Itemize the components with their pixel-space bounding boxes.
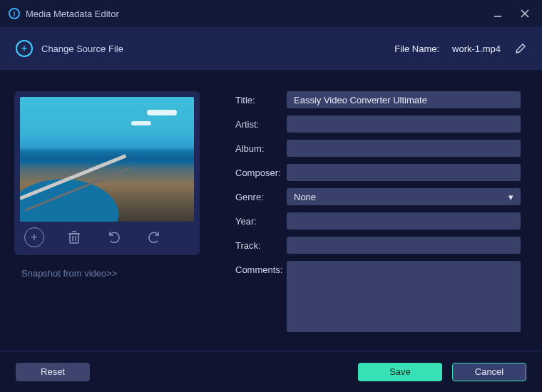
artist-field[interactable] <box>287 115 521 133</box>
thumbnail-add-button[interactable]: + <box>24 227 44 247</box>
thumbnail-card: + <box>14 91 200 255</box>
main-content: + Snapshot from video>> Title: Artist: <box>0 70 542 351</box>
video-thumbnail <box>20 97 194 222</box>
year-label: Year: <box>235 212 280 227</box>
snapshot-from-video-link[interactable]: Snapshot from video>> <box>14 268 200 279</box>
composer-field[interactable] <box>287 164 521 181</box>
album-field[interactable] <box>287 140 521 157</box>
footer: Reset Save Cancel <box>0 351 542 392</box>
change-source-button[interactable]: Change Source File <box>41 43 123 54</box>
app-info-icon: i <box>9 8 20 19</box>
chevron-down-icon: ▾ <box>508 192 513 202</box>
album-label: Album: <box>235 140 280 154</box>
thumbnail-panel: + Snapshot from video>> <box>14 91 200 344</box>
toolbar: + Change Source File File Name: work-1.m… <box>0 27 542 70</box>
artist-label: Artist: <box>235 115 280 130</box>
close-button[interactable] <box>516 5 533 22</box>
cancel-button[interactable]: Cancel <box>452 363 526 381</box>
composer-label: Composer: <box>235 164 280 178</box>
save-button[interactable]: Save <box>358 363 442 381</box>
title-label: Title: <box>235 91 280 105</box>
file-name-value: work-1.mp4 <box>452 43 501 54</box>
thumbnail-redo-button[interactable] <box>144 227 164 247</box>
titlebar: i Media Metadata Editor <box>0 0 542 27</box>
minimize-button[interactable] <box>489 5 506 22</box>
title-field[interactable] <box>287 91 521 108</box>
edit-filename-icon[interactable] <box>515 43 526 54</box>
genre-label: Genre: <box>235 188 280 202</box>
year-field[interactable] <box>287 212 521 229</box>
comments-field[interactable] <box>287 261 521 332</box>
reset-button[interactable]: Reset <box>16 363 90 381</box>
comments-label: Comments: <box>235 261 280 275</box>
window-title: Media Metadata Editor <box>26 9 119 19</box>
thumbnail-controls: + <box>20 222 194 253</box>
track-label: Track: <box>235 237 280 251</box>
genre-select[interactable]: None ▾ <box>287 188 521 205</box>
svg-rect-3 <box>70 234 78 243</box>
thumbnail-delete-button[interactable] <box>64 227 84 247</box>
track-field[interactable] <box>287 237 521 254</box>
add-source-icon[interactable]: + <box>16 40 33 57</box>
metadata-form: Title: Artist: Album: Composer: Genre: N… <box>235 91 521 344</box>
file-name-label: File Name: <box>394 43 439 54</box>
genre-selected-value: None <box>294 192 316 202</box>
thumbnail-undo-button[interactable] <box>104 227 124 247</box>
